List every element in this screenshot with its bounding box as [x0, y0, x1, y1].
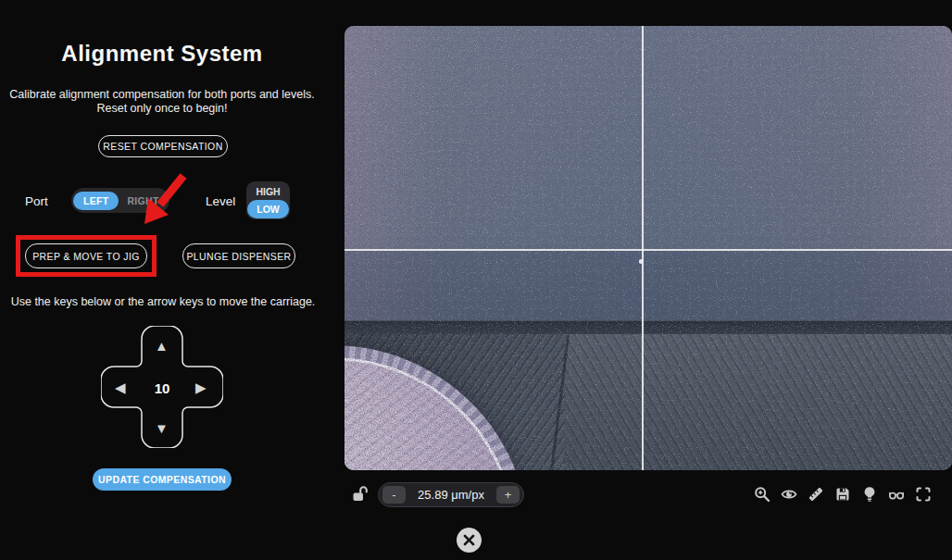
camera-view[interactable]	[344, 26, 952, 470]
level-label: Level	[206, 194, 235, 208]
scale-control: - 25.89 μm/px +	[378, 482, 524, 507]
crosshair-horizontal-line	[344, 249, 952, 251]
camera-noise	[344, 26, 952, 470]
lightbulb-icon[interactable]	[861, 486, 878, 503]
save-icon[interactable]	[834, 486, 851, 503]
annotation-arrow-icon	[135, 172, 191, 235]
move-hint-text: Use the keys below or the arrow keys to …	[0, 295, 326, 308]
alignment-system-page: Alignment System Calibrate alignment com…	[0, 0, 952, 560]
debris-speck	[639, 259, 643, 264]
scale-value: 25.89 μm/px	[406, 488, 496, 502]
zoom-in-icon[interactable]	[754, 486, 770, 503]
eye-icon[interactable]	[781, 486, 797, 503]
scale-decrease-button[interactable]: -	[382, 486, 406, 504]
camera-toolbar	[754, 486, 932, 503]
description: Calibrate alignment compensation for bot…	[5, 88, 319, 116]
level-option-high[interactable]: HIGH	[247, 182, 289, 200]
page-title: Alignment System	[0, 41, 324, 67]
dpad-up-icon[interactable]: ▲	[155, 339, 169, 353]
dpad-step-value: 10	[101, 380, 223, 396]
prep-move-to-jig-button[interactable]: PREP & MOVE TO JIG	[25, 243, 147, 268]
glasses-icon[interactable]	[888, 486, 905, 503]
close-icon[interactable]	[457, 528, 482, 553]
crosshair-vertical-line	[642, 26, 644, 470]
dpad-control: ▲ ▼ ◀ ▶ 10	[101, 326, 223, 448]
dpad-down-icon[interactable]: ▼	[155, 421, 169, 435]
fullscreen-icon[interactable]	[915, 486, 932, 503]
description-line2: Reset only once to begin!	[96, 102, 227, 115]
level-option-low[interactable]: LOW	[247, 200, 289, 218]
port-label: Port	[25, 194, 48, 208]
update-compensation-button[interactable]: UPDATE COMPENSATION	[93, 468, 232, 491]
plunge-dispenser-button[interactable]: PLUNGE DISPENSER	[182, 243, 295, 268]
scale-increase-button[interactable]: +	[496, 486, 520, 504]
port-option-left[interactable]: LEFT	[73, 192, 119, 210]
description-line1: Calibrate alignment compensation for bot…	[9, 88, 314, 101]
level-toggle: HIGH LOW	[246, 181, 290, 219]
unlock-icon[interactable]	[351, 485, 370, 504]
ruler-icon[interactable]	[808, 486, 824, 503]
reset-compensation-button[interactable]: RESET COMPENSATION	[98, 135, 228, 157]
